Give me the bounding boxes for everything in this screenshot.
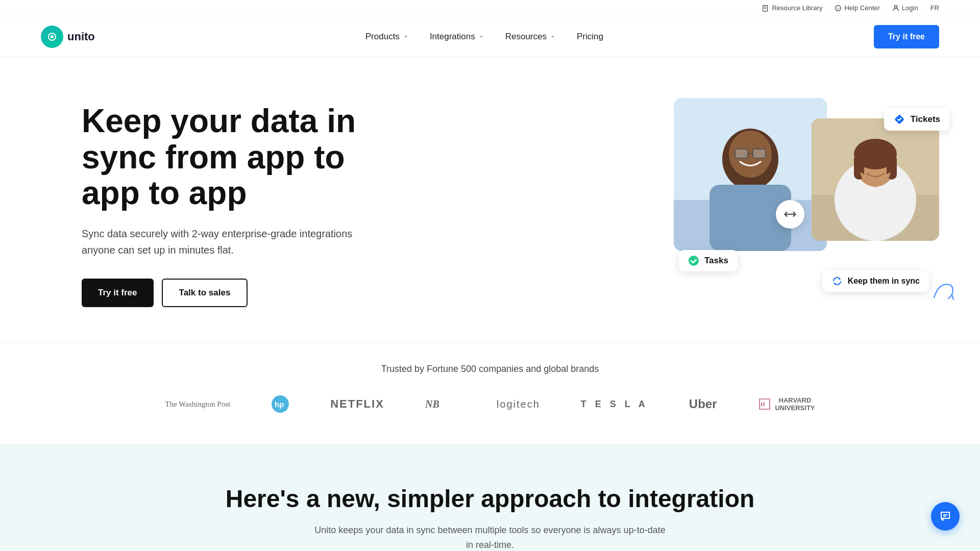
hero-image-1 (674, 98, 827, 251)
svg-text:hp: hp (275, 400, 284, 409)
help-center-link[interactable]: ? Help Center (835, 4, 879, 12)
svg-rect-13 (753, 149, 766, 158)
svg-point-6 (51, 35, 54, 38)
navbar: unito Products Integrations Resources Pr… (0, 16, 980, 57)
hero-title: Keep your data in sync from app to app t… (82, 103, 378, 211)
bottom-section: Here's a new, simpler approach to integr… (0, 444, 980, 551)
try-free-nav-button[interactable]: Try it free (874, 25, 939, 48)
decorative-swirl (929, 277, 954, 307)
bottom-title: Here's a new, simpler approach to integr… (41, 485, 939, 513)
top-bar: Resource Library ? Help Center Login FR (0, 0, 980, 16)
brand-tesla: T E S L A (581, 399, 648, 410)
talk-to-sales-button[interactable]: Talk to sales (162, 279, 248, 307)
user-icon (892, 5, 899, 12)
brand-logitech: logitech (497, 398, 540, 410)
keep-in-sync-badge: Keep them in sync (822, 270, 929, 292)
hero-section: Keep your data in sync from app to app t… (0, 57, 980, 343)
logo-icon (41, 26, 63, 48)
login-link[interactable]: Login (892, 4, 918, 12)
sync-icon-badge (776, 200, 804, 229)
svg-rect-12 (735, 149, 748, 158)
sync-arrows-icon (831, 276, 843, 287)
hero-subtitle: Sync data securely with 2-way enterprise… (82, 226, 378, 258)
svg-point-22 (689, 256, 699, 266)
tickets-diamond-icon (893, 113, 905, 126)
resource-library-link[interactable]: Resource Library (762, 4, 822, 12)
chevron-down-icon (549, 33, 556, 40)
tasks-check-icon (688, 255, 699, 266)
brand-washington-post: The Washington Post (165, 400, 230, 409)
brand-netflix: NETFLIX (330, 397, 384, 411)
nav-links: Products Integrations Resources Pricing (365, 32, 603, 42)
trusted-section: Trusted by Fortune 500 companies and glo… (0, 343, 980, 444)
nav-integrations[interactable]: Integrations (430, 32, 485, 42)
book-icon (762, 5, 769, 12)
nav-products[interactable]: Products (365, 32, 409, 42)
tickets-badge: Tickets (884, 108, 949, 131)
chat-bubble-button[interactable] (931, 502, 960, 531)
logo[interactable]: unito (41, 26, 95, 48)
brand-harvard: H HARVARDUNIVERSITY (757, 396, 815, 412)
svg-text:H: H (761, 401, 765, 407)
chevron-down-icon (478, 33, 485, 40)
brand-new-balance: NB (425, 396, 456, 412)
chevron-down-icon (402, 33, 409, 40)
bottom-subtitle: Unito keeps your data in sync between mu… (311, 523, 669, 551)
nav-actions: Try it free (874, 25, 939, 48)
svg-point-5 (894, 5, 897, 8)
nav-resources[interactable]: Resources (505, 32, 556, 42)
language-selector[interactable]: FR (930, 4, 939, 12)
try-free-hero-button[interactable]: Try it free (82, 279, 154, 307)
hero-image-2 (812, 118, 939, 241)
svg-text:NB: NB (425, 398, 439, 410)
svg-text:?: ? (837, 6, 840, 11)
hero-visual: Tasks Tickets Keep them in sync (674, 98, 939, 312)
brand-hp: hp (271, 395, 289, 413)
trusted-title: Trusted by Fortune 500 companies and glo… (41, 364, 939, 374)
hero-content: Keep your data in sync from app to app t… (82, 103, 378, 307)
brand-uber: Uber (689, 397, 717, 411)
help-icon: ? (835, 5, 842, 12)
tasks-badge: Tasks (679, 250, 738, 271)
brands-row: The Washington Post hp NETFLIX NB logite… (41, 395, 939, 413)
nav-pricing[interactable]: Pricing (577, 32, 603, 42)
hero-buttons: Try it free Talk to sales (82, 279, 378, 307)
